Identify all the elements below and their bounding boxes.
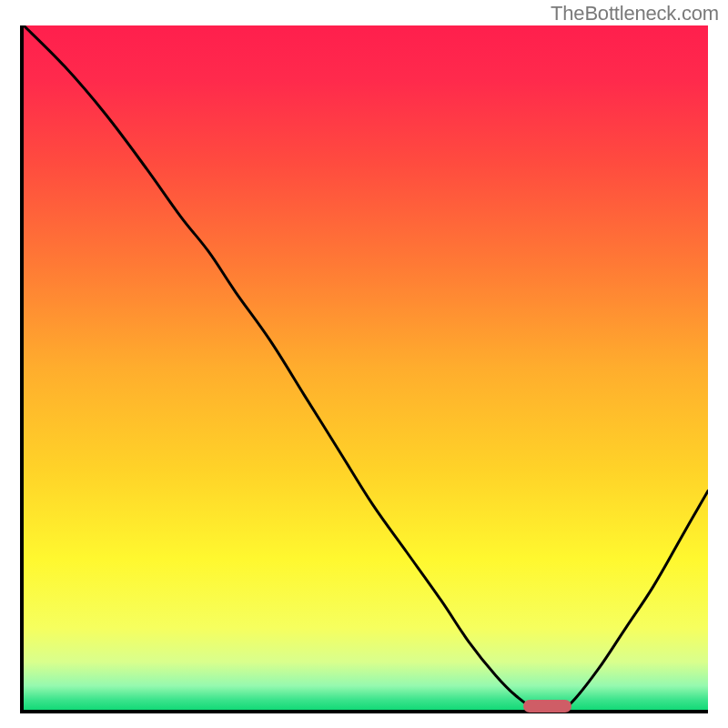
chart-root: TheBottleneck.com: [0, 0, 728, 728]
site-attribution: TheBottleneck.com: [551, 2, 719, 25]
plot-area: [24, 25, 708, 710]
optimal-zone-marker: [523, 700, 571, 713]
bottleneck-curve: [24, 25, 708, 710]
